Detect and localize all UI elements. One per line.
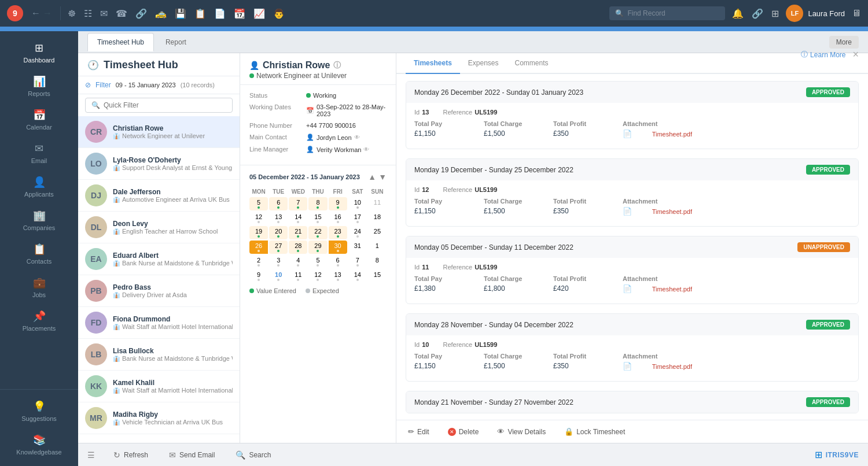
cal-day[interactable]: 22	[308, 226, 327, 239]
refresh-button[interactable]: ↻ Refresh	[109, 448, 153, 462]
profile-info-icon[interactable]: ⓘ	[333, 60, 341, 71]
ts-tab-comments[interactable]: Comments	[507, 53, 557, 74]
grid-icon[interactable]: ⊞	[771, 8, 779, 19]
cal-day[interactable]: 3	[269, 255, 288, 268]
applicant-item[interactable]: MR Madiha Rigby 👔 Vehicle Technician at …	[78, 402, 240, 434]
cal-day[interactable]: 5	[249, 197, 268, 210]
ts-tab-timesheets[interactable]: Timesheets	[406, 53, 460, 74]
nav-icon-8[interactable]: 📋	[192, 7, 208, 20]
attachment-4[interactable]: 📄 Timesheet.pdf	[623, 362, 692, 371]
cal-day[interactable]: 12	[308, 269, 327, 283]
cal-day[interactable]: 6	[329, 255, 347, 268]
nav-icon-9[interactable]: 📄	[212, 7, 228, 20]
manager-eye-icon[interactable]: 👁	[363, 146, 369, 153]
cal-day[interactable]: 10	[348, 197, 367, 210]
cal-day-range-start[interactable]: 26	[249, 241, 268, 254]
cal-day[interactable]: 11	[289, 269, 307, 283]
cal-day[interactable]: 13	[269, 212, 288, 225]
nav-icon-12[interactable]: 👨	[271, 7, 287, 20]
quick-filter-input[interactable]	[104, 101, 226, 109]
contact-eye-icon[interactable]: 👁	[354, 134, 360, 140]
applicant-item[interactable]: KK Kamel Khalil 👔 Wait Staff at Marriott…	[78, 371, 240, 402]
applicant-item[interactable]: LB Lisa Bullock 👔 Bank Nurse at Maidston…	[78, 339, 240, 371]
applicant-item[interactable]: FD Fiona Drummond 👔 Wait Staff at Marrio…	[78, 307, 240, 339]
cal-day[interactable]: 14	[289, 212, 307, 225]
cal-day[interactable]: 28	[289, 241, 307, 254]
cal-day[interactable]: 7	[289, 197, 307, 210]
sidebar-item-placements[interactable]: 📌 Placements	[0, 304, 78, 338]
forward-button[interactable]: →	[43, 8, 52, 19]
sidebar-item-calendar[interactable]: 📅 Calendar	[0, 103, 78, 136]
applicant-item[interactable]: DJ Dale Jefferson 👔 Automotive Engineer …	[78, 180, 240, 212]
attachment-1[interactable]: 📄 Timesheet.pdf	[623, 130, 692, 138]
cal-day[interactable]: 8	[308, 197, 327, 210]
tab-report[interactable]: Report	[156, 34, 196, 51]
bell-icon[interactable]: 🔔	[732, 8, 744, 19]
cal-day[interactable]: 4	[289, 255, 307, 268]
nav-icon-5[interactable]: 🔗	[133, 7, 149, 20]
cal-prev-button[interactable]: ▲	[368, 172, 376, 182]
ts-tab-expenses[interactable]: Expenses	[460, 53, 507, 74]
cal-day[interactable]: 5	[308, 255, 327, 268]
cal-day[interactable]: 29	[308, 241, 327, 254]
cal-day[interactable]: 15	[308, 212, 327, 225]
cal-next-button[interactable]: ▼	[378, 172, 387, 182]
sidebar-item-suggestions[interactable]: 💡 Suggestions	[0, 394, 78, 428]
cal-day[interactable]: 15	[368, 269, 387, 283]
attachment-2[interactable]: 📄 Timesheet.pdf	[623, 207, 692, 216]
cal-day[interactable]: 14	[348, 269, 367, 283]
sidebar-item-jobs[interactable]: 💼 Jobs	[0, 271, 78, 304]
cal-day[interactable]: 11	[368, 197, 387, 210]
cal-day[interactable]: 18	[368, 212, 387, 225]
cal-day[interactable]: 23	[329, 226, 347, 239]
edit-button[interactable]: ✏ Edit	[403, 425, 434, 438]
cal-day[interactable]: 1	[368, 241, 387, 254]
sidebar-item-knowledgebase[interactable]: 📚 Knowledgebase	[0, 428, 78, 461]
send-email-button[interactable]: ✉ Send Email	[164, 448, 219, 462]
global-search[interactable]: 🔍	[609, 6, 725, 20]
nav-icon-6[interactable]: 🚕	[153, 7, 169, 20]
applicant-item[interactable]: EA Eduard Albert 👔 Bank Nurse at Maidsto…	[78, 243, 240, 275]
cal-day[interactable]: 6	[269, 197, 288, 210]
nav-icon-4[interactable]: ☎	[113, 7, 130, 20]
cal-day[interactable]: 7	[348, 255, 367, 268]
applicant-item[interactable]: CR Christian Rowe 👔 Network Engineer at …	[78, 116, 240, 148]
cal-day[interactable]: 10	[269, 269, 288, 283]
user-menu[interactable]: LF Laura Ford	[786, 5, 845, 22]
cal-day[interactable]: 31	[348, 241, 367, 254]
search-input[interactable]	[627, 9, 719, 17]
back-button[interactable]: ←	[31, 8, 41, 19]
nav-icon-7[interactable]: 💾	[172, 7, 189, 20]
quick-filter-bar[interactable]: 🔍	[85, 98, 233, 113]
cal-day[interactable]: 9	[249, 269, 268, 283]
filter-label[interactable]: Filter	[95, 81, 111, 89]
cal-day[interactable]: 20	[269, 226, 288, 239]
tab-timesheet-hub[interactable]: Timesheet Hub	[87, 33, 154, 51]
applicant-item[interactable]: PB Pedro Bass 👔 Delivery Driver at Asda	[78, 275, 240, 307]
nav-icon-2[interactable]: ☷	[82, 7, 94, 20]
cal-day[interactable]: 19	[249, 226, 268, 239]
nav-icon-1[interactable]: ☸	[65, 7, 78, 20]
applicant-item[interactable]: DL Deon Levy 👔 English Teacher at Harrow…	[78, 212, 240, 243]
cal-day[interactable]: 13	[329, 269, 347, 283]
view-details-button[interactable]: 👁 View Details	[492, 425, 550, 438]
more-button[interactable]: More	[829, 36, 859, 49]
app-logo[interactable]: 9	[7, 5, 23, 21]
cal-day[interactable]: 16	[329, 212, 347, 225]
sidebar-item-contacts[interactable]: 📋 Contacts	[0, 237, 78, 271]
delete-button[interactable]: ✕ Delete	[443, 426, 484, 438]
link-icon[interactable]: 🔗	[752, 8, 763, 19]
cal-day[interactable]: 12	[249, 212, 268, 225]
cal-day[interactable]: 17	[348, 212, 367, 225]
cal-day[interactable]: 27	[269, 241, 288, 254]
cal-day[interactable]: 21	[289, 226, 307, 239]
learn-more-button[interactable]: ⓘ Learn More	[801, 50, 845, 60]
cal-day[interactable]: 24	[348, 226, 367, 239]
cal-day[interactable]: 9	[329, 197, 347, 210]
monitor-icon[interactable]: 🖥	[852, 8, 861, 19]
cal-day[interactable]: 25	[368, 226, 387, 239]
cal-day[interactable]: 2	[249, 255, 268, 268]
nav-icon-3[interactable]: ✉	[98, 7, 110, 20]
applicant-item[interactable]: LO Lyla-Rose O'Doherty 👔 Support Desk An…	[78, 148, 240, 180]
sidebar-item-applicants[interactable]: 👤 Applicants	[0, 170, 78, 204]
